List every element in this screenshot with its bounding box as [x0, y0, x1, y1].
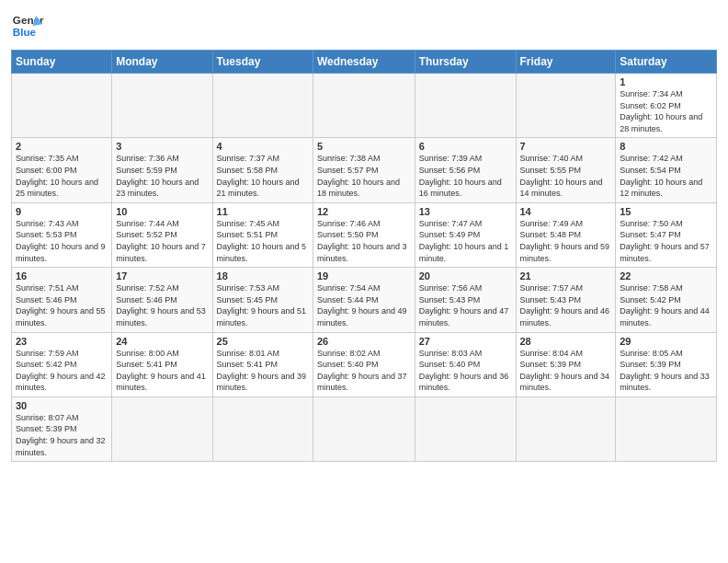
- day-number: 13: [419, 206, 512, 217]
- day-number: 14: [520, 206, 612, 217]
- calendar: SundayMondayTuesdayWednesdayThursdayFrid…: [11, 50, 717, 462]
- day-number: 2: [16, 141, 108, 152]
- weekday-sunday: Sunday: [12, 51, 112, 74]
- day-info: Sunrise: 8:00 AMSunset: 5:41 PMDaylight:…: [116, 348, 208, 394]
- weekday-tuesday: Tuesday: [212, 51, 313, 74]
- day-cell: [516, 74, 616, 138]
- day-number: 18: [217, 270, 309, 282]
- day-cell: 2Sunrise: 7:35 AMSunset: 6:00 PMDaylight…: [12, 138, 112, 202]
- day-number: 26: [317, 336, 411, 347]
- day-info: Sunrise: 8:05 AMSunset: 5:39 PMDaylight:…: [620, 348, 712, 394]
- day-cell: 15Sunrise: 7:50 AMSunset: 5:47 PMDayligh…: [616, 202, 717, 267]
- day-info: Sunrise: 7:39 AMSunset: 5:56 PMDaylight:…: [419, 153, 512, 199]
- day-cell: 3Sunrise: 7:36 AMSunset: 5:59 PMDaylight…: [112, 138, 212, 202]
- day-number: 3: [116, 141, 208, 152]
- day-number: 7: [520, 141, 612, 152]
- week-row-5: 30Sunrise: 8:07 AMSunset: 5:39 PMDayligh…: [12, 396, 717, 461]
- day-number: 25: [217, 336, 309, 347]
- day-info: Sunrise: 7:40 AMSunset: 5:55 PMDaylight:…: [520, 153, 612, 199]
- day-number: 27: [419, 336, 512, 347]
- day-number: 15: [620, 206, 712, 217]
- svg-text:Blue: Blue: [13, 26, 37, 38]
- day-cell: 11Sunrise: 7:45 AMSunset: 5:51 PMDayligh…: [212, 202, 313, 267]
- weekday-wednesday: Wednesday: [313, 51, 415, 74]
- day-cell: 8Sunrise: 7:42 AMSunset: 5:54 PMDaylight…: [616, 138, 717, 202]
- day-number: 24: [116, 336, 208, 347]
- day-info: Sunrise: 7:54 AMSunset: 5:44 PMDaylight:…: [317, 282, 411, 328]
- day-cell: 12Sunrise: 7:46 AMSunset: 5:50 PMDayligh…: [313, 202, 415, 267]
- week-row-0: 1Sunrise: 7:34 AMSunset: 6:02 PMDaylight…: [12, 74, 717, 138]
- day-cell: 28Sunrise: 8:04 AMSunset: 5:39 PMDayligh…: [516, 332, 616, 396]
- day-info: Sunrise: 7:56 AMSunset: 5:43 PMDaylight:…: [419, 282, 512, 328]
- day-number: 5: [317, 141, 411, 152]
- day-cell: [112, 74, 212, 138]
- day-info: Sunrise: 8:01 AMSunset: 5:41 PMDaylight:…: [217, 348, 309, 394]
- day-number: 19: [317, 270, 411, 282]
- weekday-monday: Monday: [112, 51, 212, 74]
- week-row-2: 9Sunrise: 7:43 AMSunset: 5:53 PMDaylight…: [12, 202, 717, 267]
- day-cell: 20Sunrise: 7:56 AMSunset: 5:43 PMDayligh…: [415, 268, 516, 332]
- day-info: Sunrise: 7:57 AMSunset: 5:43 PMDaylight:…: [520, 282, 612, 328]
- day-cell: 19Sunrise: 7:54 AMSunset: 5:44 PMDayligh…: [313, 268, 415, 332]
- day-info: Sunrise: 7:51 AMSunset: 5:46 PMDaylight:…: [16, 282, 108, 328]
- day-number: 17: [116, 270, 208, 282]
- day-number: 29: [620, 336, 712, 347]
- day-cell: [516, 396, 616, 461]
- day-cell: 7Sunrise: 7:40 AMSunset: 5:55 PMDaylight…: [516, 138, 616, 202]
- day-info: Sunrise: 8:03 AMSunset: 5:40 PMDaylight:…: [419, 348, 512, 394]
- day-cell: 21Sunrise: 7:57 AMSunset: 5:43 PMDayligh…: [516, 268, 616, 332]
- week-row-1: 2Sunrise: 7:35 AMSunset: 6:00 PMDaylight…: [12, 138, 717, 202]
- day-number: 30: [16, 400, 108, 411]
- day-cell: 22Sunrise: 7:58 AMSunset: 5:42 PMDayligh…: [616, 268, 717, 332]
- day-info: Sunrise: 8:04 AMSunset: 5:39 PMDaylight:…: [520, 348, 612, 394]
- day-info: Sunrise: 7:43 AMSunset: 5:53 PMDaylight:…: [16, 218, 108, 264]
- logo-icon: General Blue: [11, 9, 44, 42]
- day-info: Sunrise: 7:53 AMSunset: 5:45 PMDaylight:…: [217, 282, 309, 328]
- weekday-header-row: SundayMondayTuesdayWednesdayThursdayFrid…: [12, 51, 717, 74]
- day-cell: [112, 396, 212, 461]
- day-cell: [415, 396, 516, 461]
- day-cell: 25Sunrise: 8:01 AMSunset: 5:41 PMDayligh…: [212, 332, 313, 396]
- day-number: 22: [620, 270, 712, 282]
- day-number: 28: [520, 336, 612, 347]
- day-info: Sunrise: 7:49 AMSunset: 5:48 PMDaylight:…: [520, 218, 612, 264]
- day-cell: [212, 396, 313, 461]
- day-number: 8: [620, 141, 712, 152]
- day-cell: 4Sunrise: 7:37 AMSunset: 5:58 PMDaylight…: [212, 138, 313, 202]
- logo: General Blue: [11, 9, 44, 42]
- day-info: Sunrise: 7:46 AMSunset: 5:50 PMDaylight:…: [317, 218, 411, 264]
- day-info: Sunrise: 7:44 AMSunset: 5:52 PMDaylight:…: [116, 218, 208, 264]
- day-info: Sunrise: 7:35 AMSunset: 6:00 PMDaylight:…: [16, 153, 108, 199]
- day-cell: [313, 74, 415, 138]
- day-info: Sunrise: 7:50 AMSunset: 5:47 PMDaylight:…: [620, 218, 712, 264]
- day-cell: 27Sunrise: 8:03 AMSunset: 5:40 PMDayligh…: [415, 332, 516, 396]
- day-cell: 17Sunrise: 7:52 AMSunset: 5:46 PMDayligh…: [112, 268, 212, 332]
- day-info: Sunrise: 7:37 AMSunset: 5:58 PMDaylight:…: [217, 153, 309, 199]
- day-cell: [313, 396, 415, 461]
- day-info: Sunrise: 7:34 AMSunset: 6:02 PMDaylight:…: [620, 88, 712, 134]
- day-number: 4: [217, 141, 309, 152]
- day-number: 10: [116, 206, 208, 217]
- week-row-3: 16Sunrise: 7:51 AMSunset: 5:46 PMDayligh…: [12, 268, 717, 332]
- day-info: Sunrise: 7:47 AMSunset: 5:49 PMDaylight:…: [419, 218, 512, 264]
- page: General Blue SundayMondayTuesdayWednesda…: [0, 0, 728, 563]
- day-cell: 29Sunrise: 8:05 AMSunset: 5:39 PMDayligh…: [616, 332, 717, 396]
- weekday-saturday: Saturday: [616, 51, 717, 74]
- weekday-thursday: Thursday: [415, 51, 516, 74]
- day-info: Sunrise: 7:36 AMSunset: 5:59 PMDaylight:…: [116, 153, 208, 199]
- week-row-4: 23Sunrise: 7:59 AMSunset: 5:42 PMDayligh…: [12, 332, 717, 396]
- day-info: Sunrise: 7:52 AMSunset: 5:46 PMDaylight:…: [116, 282, 208, 328]
- day-number: 21: [520, 270, 612, 282]
- day-info: Sunrise: 7:59 AMSunset: 5:42 PMDaylight:…: [16, 348, 108, 394]
- day-cell: 18Sunrise: 7:53 AMSunset: 5:45 PMDayligh…: [212, 268, 313, 332]
- day-cell: 5Sunrise: 7:38 AMSunset: 5:57 PMDaylight…: [313, 138, 415, 202]
- day-cell: 30Sunrise: 8:07 AMSunset: 5:39 PMDayligh…: [12, 396, 112, 461]
- day-info: Sunrise: 8:02 AMSunset: 5:40 PMDaylight:…: [317, 348, 411, 394]
- day-cell: 6Sunrise: 7:39 AMSunset: 5:56 PMDaylight…: [415, 138, 516, 202]
- day-number: 16: [16, 270, 108, 282]
- day-number: 20: [419, 270, 512, 282]
- day-cell: 24Sunrise: 8:00 AMSunset: 5:41 PMDayligh…: [112, 332, 212, 396]
- day-info: Sunrise: 7:42 AMSunset: 5:54 PMDaylight:…: [620, 153, 712, 199]
- header: General Blue: [11, 9, 717, 42]
- day-number: 11: [217, 206, 309, 217]
